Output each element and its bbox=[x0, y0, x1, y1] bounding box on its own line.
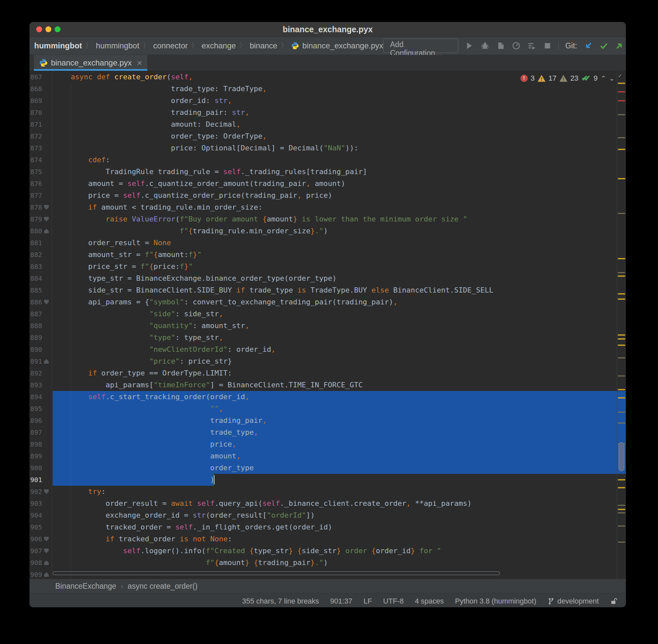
breadcrumb-item[interactable]: connector bbox=[153, 41, 188, 50]
warning-stripe-mark[interactable] bbox=[618, 479, 625, 480]
fold-start-icon[interactable] bbox=[44, 217, 49, 222]
gutter-line[interactable]: 879 bbox=[30, 213, 52, 225]
code-line[interactable]: price: Optional[Decimal] = Decimal("NaN"… bbox=[53, 142, 358, 154]
line-number[interactable]: 897 bbox=[30, 427, 42, 438]
breadcrumb-item[interactable]: hummingbot bbox=[96, 41, 139, 50]
code-line[interactable]: type_str = BinanceExchange.binance_order… bbox=[53, 273, 336, 284]
code-line[interactable]: amount: Decimal, bbox=[53, 118, 241, 130]
gutter-line[interactable]: 877 bbox=[30, 189, 52, 201]
gutter-line[interactable]: 869 bbox=[30, 95, 52, 107]
git-branch-widget[interactable]: development bbox=[547, 597, 599, 605]
line-number[interactable]: 872 bbox=[30, 130, 42, 142]
line-number[interactable]: 888 bbox=[30, 320, 42, 332]
code-line[interactable]: tracked_order = self._in_flight_orders.g… bbox=[53, 521, 332, 533]
code-line[interactable]: raise ValueError(f"Buy order amount {amo… bbox=[53, 213, 467, 225]
line-number[interactable]: 906 bbox=[30, 533, 42, 545]
gutter-line[interactable]: 901 bbox=[30, 474, 52, 486]
line-number[interactable]: 885 bbox=[30, 284, 42, 296]
fold-end-icon[interactable] bbox=[44, 229, 49, 233]
warning-stripe-mark[interactable] bbox=[618, 334, 625, 336]
code-line[interactable]: self.c_start_tracking_order(order_id, bbox=[53, 391, 250, 403]
gutter-line[interactable]: 904 bbox=[30, 509, 52, 521]
code-line[interactable]: trading_pair, bbox=[53, 415, 267, 427]
gutter-line[interactable]: 873 bbox=[30, 142, 52, 154]
gutter-line[interactable]: 871 bbox=[30, 118, 52, 130]
line-number[interactable]: 881 bbox=[30, 237, 42, 249]
gutter-line[interactable]: 907 bbox=[30, 545, 52, 557]
code-editor[interactable]: 8678688698708718728738748758768778788798… bbox=[30, 71, 626, 579]
gutter-line[interactable]: 872 bbox=[30, 130, 52, 142]
code-line[interactable]: if amount < trading_rule.min_order_size: bbox=[53, 201, 262, 213]
fold-start-icon[interactable] bbox=[44, 300, 49, 304]
gutter-line[interactable]: 875 bbox=[30, 166, 52, 178]
code-line[interactable]: if order_type == OrderType.LIMIT: bbox=[53, 367, 232, 379]
error-stripe-mark[interactable] bbox=[618, 100, 625, 101]
fold-start-icon[interactable] bbox=[44, 205, 49, 210]
bottom-breadcrumb-item[interactable]: BinanceExchange bbox=[55, 582, 116, 591]
gutter-line[interactable]: 870 bbox=[30, 107, 52, 118]
warning-stripe-mark[interactable] bbox=[618, 389, 625, 390]
vertical-scrollbar[interactable] bbox=[618, 442, 625, 471]
gutter-line[interactable]: 898 bbox=[30, 438, 52, 450]
warning-stripe-mark[interactable] bbox=[618, 397, 625, 398]
line-number[interactable]: 903 bbox=[30, 498, 42, 509]
weak-warning-stripe-mark[interactable] bbox=[618, 412, 625, 413]
stop-button[interactable] bbox=[543, 41, 552, 51]
breadcrumb-item[interactable]: exchange bbox=[202, 41, 236, 50]
weak-warning-stripe-mark[interactable] bbox=[618, 358, 625, 359]
code-line[interactable]: "type": type_str, bbox=[53, 332, 224, 344]
run-with-parameters-button[interactable] bbox=[527, 41, 536, 51]
warning-stripe-mark[interactable] bbox=[618, 178, 625, 179]
fold-end-icon[interactable] bbox=[44, 359, 49, 364]
gutter-line[interactable]: 885 bbox=[30, 284, 52, 296]
warning-stripe-mark[interactable] bbox=[618, 487, 625, 488]
code-line[interactable]: try: bbox=[53, 486, 105, 498]
warning-stripe-mark[interactable] bbox=[618, 345, 625, 346]
warning-stripe-mark[interactable] bbox=[618, 338, 625, 340]
gutter-line[interactable]: 897 bbox=[30, 427, 52, 438]
gutter-line[interactable]: 889 bbox=[30, 332, 52, 344]
breadcrumb-item[interactable]: hummingbot bbox=[34, 41, 82, 50]
line-number[interactable]: 908 bbox=[30, 557, 42, 569]
code-line[interactable]: order_result = await self.query_api(self… bbox=[53, 498, 472, 509]
warning-stripe-mark[interactable] bbox=[618, 149, 625, 150]
status-item[interactable]: 355 chars, 7 line breaks bbox=[242, 597, 319, 605]
code-line[interactable]: price, bbox=[53, 438, 236, 450]
tab-binance-exchange[interactable]: binance_exchange.pyx × bbox=[34, 55, 147, 71]
weak-warning-stripe-mark[interactable] bbox=[618, 512, 625, 513]
line-number[interactable]: 874 bbox=[30, 154, 42, 166]
status-item[interactable]: 4 spaces bbox=[415, 597, 444, 605]
fold-start-icon[interactable] bbox=[44, 537, 49, 541]
code-line[interactable]: f"{amount} {trading_pair}.") bbox=[53, 557, 328, 569]
weak-warning-stripe-mark[interactable] bbox=[618, 114, 625, 115]
line-number[interactable]: 867 bbox=[30, 71, 42, 83]
code-line[interactable]: amount_str = f"{amount:f}" bbox=[53, 249, 201, 261]
gutter-line[interactable]: 896 bbox=[30, 415, 52, 427]
code-line[interactable]: amount = self.c_quantize_order_amount(tr… bbox=[53, 178, 345, 189]
status-item[interactable]: LF bbox=[363, 597, 372, 605]
error-stripe-mark[interactable] bbox=[618, 91, 625, 92]
line-number[interactable]: 904 bbox=[30, 509, 42, 521]
weak-warning-stripe-mark[interactable] bbox=[618, 375, 625, 376]
git-push-button[interactable] bbox=[615, 41, 624, 51]
previous-problem-icon[interactable]: ⌃ bbox=[601, 74, 606, 82]
gutter-line[interactable]: 892 bbox=[30, 367, 52, 379]
code-line[interactable]: order_type bbox=[53, 462, 254, 474]
breadcrumb-item-file[interactable]: binance_exchange.pyx bbox=[302, 41, 383, 50]
line-number[interactable]: 891 bbox=[30, 355, 42, 367]
line-number[interactable]: 889 bbox=[30, 332, 42, 344]
line-number[interactable]: 884 bbox=[30, 273, 42, 284]
weak-warning-stripe-mark[interactable] bbox=[618, 422, 625, 423]
gutter-line[interactable]: 905 bbox=[30, 521, 52, 533]
gutter-line[interactable]: 881 bbox=[30, 237, 52, 249]
gutter-line[interactable]: 908 bbox=[30, 557, 52, 569]
warning-stripe-mark[interactable] bbox=[618, 509, 625, 510]
git-update-button[interactable] bbox=[584, 41, 592, 51]
line-number[interactable]: 871 bbox=[30, 118, 42, 130]
line-number[interactable]: 899 bbox=[30, 450, 42, 462]
line-number[interactable]: 892 bbox=[30, 367, 42, 379]
fold-start-icon[interactable] bbox=[44, 549, 49, 553]
code-line[interactable]: "quantity": amount_str, bbox=[53, 320, 250, 332]
line-number[interactable]: 873 bbox=[30, 142, 42, 154]
code-line[interactable]: api_params["timeInForce"] = BinanceClien… bbox=[53, 379, 362, 391]
